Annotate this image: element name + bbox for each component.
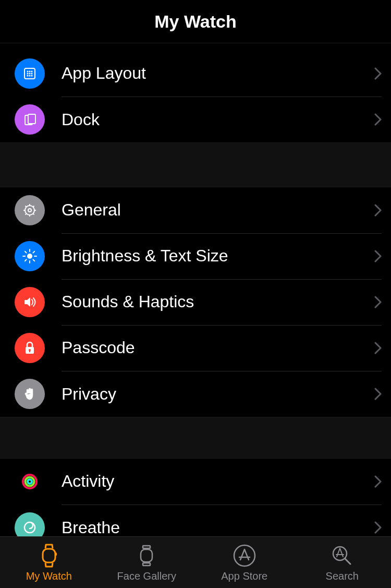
chevron-right-icon <box>374 67 382 80</box>
chevron-right-icon <box>374 204 382 217</box>
row-privacy[interactable]: Privacy <box>0 371 391 417</box>
svg-line-28 <box>33 259 34 261</box>
row-breathe[interactable]: Breathe <box>0 505 391 537</box>
svg-point-6 <box>31 73 33 75</box>
chevron-right-icon <box>374 250 382 262</box>
tab-face-gallery[interactable]: Face Gallery <box>98 537 196 588</box>
svg-point-1 <box>27 71 29 73</box>
svg-line-20 <box>33 206 34 207</box>
hand-icon <box>15 379 45 409</box>
svg-line-30 <box>25 259 27 261</box>
chevron-right-icon <box>374 342 382 354</box>
row-label: App Layout <box>62 64 374 83</box>
svg-rect-39 <box>141 549 152 562</box>
row-label: Dock <box>62 110 374 129</box>
brightness-icon <box>15 241 45 271</box>
svg-line-18 <box>26 206 27 207</box>
tab-search[interactable]: Search <box>294 537 392 588</box>
chevron-right-icon <box>374 113 382 126</box>
search-tab-icon <box>329 543 355 568</box>
header: My Watch <box>0 0 391 43</box>
app-layout-icon <box>15 58 45 89</box>
watch-tab-icon <box>38 543 60 568</box>
svg-point-42 <box>234 545 255 566</box>
section-0: App Layout Dock <box>0 43 391 143</box>
svg-rect-40 <box>143 546 150 548</box>
row-label: Breathe <box>62 518 374 537</box>
row-dock[interactable]: Dock <box>0 97 391 142</box>
row-activity[interactable]: Activity <box>0 459 391 505</box>
lock-icon <box>15 333 45 363</box>
section-gap <box>0 143 391 187</box>
chevron-right-icon <box>374 521 382 534</box>
row-label: Sounds & Haptics <box>62 292 374 311</box>
svg-line-27 <box>25 251 27 253</box>
row-app-layout[interactable]: App Layout <box>0 51 391 97</box>
row-sounds[interactable]: Sounds & Haptics <box>0 279 391 325</box>
svg-line-44 <box>345 559 350 564</box>
breathe-icon <box>15 512 45 537</box>
row-label: Privacy <box>62 385 374 404</box>
svg-line-29 <box>33 251 34 253</box>
svg-point-3 <box>31 71 33 73</box>
tab-label: My Watch <box>26 570 72 582</box>
tab-bar: My Watch Face Gallery App Store Search <box>0 536 391 588</box>
svg-point-4 <box>27 73 29 75</box>
row-label: Brightness & Text Size <box>62 246 374 266</box>
face-tab-icon <box>136 543 157 568</box>
speaker-icon <box>15 287 45 317</box>
section-1: General Brightness & Text Size Sounds & … <box>0 187 391 417</box>
gear-icon <box>15 195 45 225</box>
appstore-tab-icon <box>232 543 257 568</box>
tab-label: Face Gallery <box>117 570 176 582</box>
row-label: Passcode <box>62 338 374 357</box>
svg-line-21 <box>26 213 27 214</box>
row-label: General <box>62 200 374 220</box>
svg-point-13 <box>28 209 31 212</box>
activity-icon <box>15 466 45 497</box>
svg-rect-37 <box>43 549 55 562</box>
settings-list: App Layout Dock General <box>0 43 391 537</box>
section-2: Activity Breathe <box>0 458 391 537</box>
chevron-right-icon <box>374 475 382 488</box>
svg-rect-11 <box>28 114 35 124</box>
svg-point-22 <box>27 254 32 259</box>
svg-point-2 <box>29 71 31 73</box>
svg-point-7 <box>27 75 29 77</box>
svg-point-5 <box>29 73 31 75</box>
svg-line-19 <box>33 213 34 214</box>
svg-rect-41 <box>143 563 150 566</box>
tab-app-store[interactable]: App Store <box>196 537 294 588</box>
dock-icon <box>15 104 45 135</box>
tab-my-watch[interactable]: My Watch <box>0 537 98 588</box>
chevron-right-icon <box>374 388 382 400</box>
tab-label: App Store <box>221 570 267 582</box>
svg-point-12 <box>25 206 34 215</box>
row-brightness[interactable]: Brightness & Text Size <box>0 233 391 279</box>
page-title: My Watch <box>154 11 236 32</box>
row-passcode[interactable]: Passcode <box>0 325 391 371</box>
svg-point-36 <box>28 479 32 484</box>
tab-label: Search <box>326 570 359 582</box>
chevron-right-icon <box>374 296 382 308</box>
row-label: Activity <box>62 472 374 491</box>
svg-rect-33 <box>29 350 30 352</box>
section-gap <box>0 417 391 458</box>
row-general[interactable]: General <box>0 187 391 233</box>
svg-rect-38 <box>55 553 57 556</box>
svg-point-8 <box>29 75 31 77</box>
svg-point-9 <box>31 75 33 77</box>
